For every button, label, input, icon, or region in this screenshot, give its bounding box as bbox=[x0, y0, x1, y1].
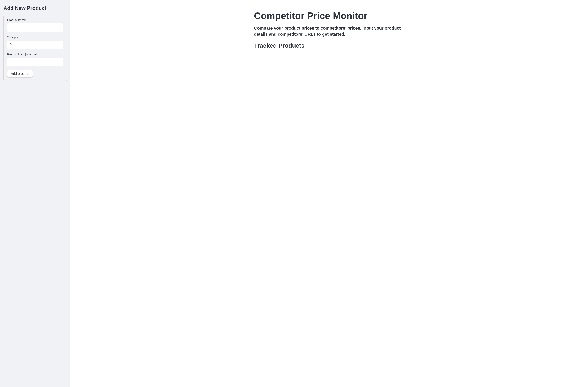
your-price-input[interactable] bbox=[7, 41, 55, 49]
add-product-form: Product name Your price − + Product URL … bbox=[3, 15, 67, 81]
stepper-buttons: − + bbox=[55, 42, 63, 47]
product-url-group: Product URL (optional) bbox=[7, 53, 63, 66]
price-stepper: − + bbox=[7, 41, 63, 49]
product-name-label: Product name bbox=[7, 18, 63, 22]
product-name-group: Product name bbox=[7, 18, 63, 32]
divider bbox=[254, 56, 404, 56]
your-price-group: Your price − + bbox=[7, 35, 63, 49]
product-name-input[interactable] bbox=[7, 23, 63, 32]
plus-icon: + bbox=[63, 43, 63, 47]
sidebar: Add New Product Product name Your price … bbox=[0, 0, 70, 387]
page-description: Compare your product prices to competito… bbox=[254, 25, 404, 37]
tracked-products-heading: Tracked Products bbox=[254, 42, 404, 49]
minus-icon: − bbox=[57, 43, 59, 47]
price-increment-button[interactable]: + bbox=[61, 42, 63, 47]
add-product-button[interactable]: Add product bbox=[7, 70, 33, 78]
price-decrement-button[interactable]: − bbox=[55, 42, 60, 47]
product-url-label: Product URL (optional) bbox=[7, 53, 63, 56]
product-url-input[interactable] bbox=[7, 58, 63, 66]
content-inner: Competitor Price Monitor Compare your pr… bbox=[254, 10, 404, 377]
main-content: Competitor Price Monitor Compare your pr… bbox=[70, 0, 588, 387]
page-title: Competitor Price Monitor bbox=[254, 10, 404, 22]
your-price-label: Your price bbox=[7, 35, 63, 39]
sidebar-heading: Add New Product bbox=[3, 5, 67, 11]
